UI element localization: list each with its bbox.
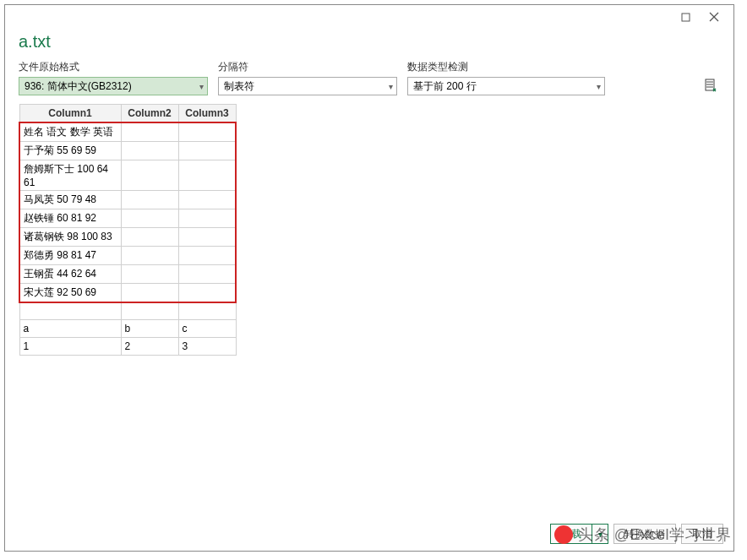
table-cell [121,190,178,209]
transform-button[interactable]: 转换数据 [613,524,676,544]
table-cell [121,122,178,142]
maximize-button[interactable] [671,8,700,26]
dialog-footer: 加载 ▾ 转换数据 取消 [550,524,723,544]
table-cell [178,283,236,302]
table-cell [121,246,178,264]
column-header[interactable]: Column2 [121,105,178,122]
table-cell: 郑德勇 98 81 47 [19,246,121,264]
table-cell [121,160,178,190]
table-row[interactable]: 马凤英 50 79 48 [19,190,236,209]
table-cell [178,141,236,160]
delimiter-value: 制表符 [224,79,254,94]
file-origin-value: 936: 简体中文(GB2312) [25,79,132,94]
table-cell [19,302,121,320]
svg-rect-0 [682,14,690,21]
close-button[interactable] [700,8,728,26]
file-title: a.txt [5,29,733,60]
table-cell [178,160,236,190]
cancel-button[interactable]: 取消 [681,524,723,544]
table-row[interactable]: 赵铁锤 60 81 92 [19,209,236,227]
table-cell [178,209,236,227]
preview-grid: Column1 Column2 Column3 姓名 语文 数学 英语于予菊 5… [19,104,237,356]
table-row[interactable]: 于予菊 55 69 59 [19,141,236,160]
table-cell: 诸葛钢铁 98 100 83 [19,227,121,246]
table-row[interactable]: abc [19,320,236,338]
chevron-down-icon: ▾ [199,82,204,91]
table-cell [178,122,236,142]
detection-label: 数据类型检测 [407,60,605,74]
header-row: Column1 Column2 Column3 [19,105,236,122]
table-cell [121,141,178,160]
table-row[interactable]: 詹姆斯下士 100 64 61 [19,160,236,190]
table-row[interactable] [19,302,236,320]
load-label: 加载 [551,525,592,543]
table-cell [121,283,178,302]
table-cell [121,227,178,246]
table-cell: 马凤英 50 79 48 [19,190,121,209]
table-row[interactable]: 郑德勇 98 81 47 [19,246,236,264]
delimiter-label: 分隔符 [218,60,397,74]
table-cell [178,246,236,264]
table-cell: 2 [121,338,178,356]
table-row[interactable]: 诸葛钢铁 98 100 83 [19,227,236,246]
options-row: 文件原始格式 936: 简体中文(GB2312) ▾ 分隔符 制表符 ▾ 数据类… [5,60,733,99]
table-cell: 赵铁锤 60 81 92 [19,209,121,227]
table-cell [121,302,178,320]
table-cell [178,302,236,320]
table-cell: 1 [19,338,121,356]
table-cell: 詹姆斯下士 100 64 61 [19,160,121,190]
table-cell: c [178,320,236,338]
table-cell [178,227,236,246]
chevron-down-icon: ▾ [389,82,393,91]
chevron-down-icon: ▾ [597,82,601,91]
table-cell [121,264,178,283]
file-origin-select[interactable]: 936: 简体中文(GB2312) ▾ [19,77,208,95]
settings-icon[interactable] [701,77,720,95]
table-row[interactable]: 王钢蛋 44 62 64 [19,264,236,283]
table-cell: 于予菊 55 69 59 [19,141,121,160]
chevron-down-icon[interactable]: ▾ [592,530,608,539]
table-cell [121,209,178,227]
column-header[interactable]: Column3 [178,105,236,122]
table-cell [178,190,236,209]
table-row[interactable]: 姓名 语文 数学 英语 [19,122,236,142]
detection-value: 基于前 200 行 [413,79,477,94]
titlebar [5,5,733,29]
file-origin-label: 文件原始格式 [19,60,208,74]
detection-select[interactable]: 基于前 200 行 ▾ [407,77,605,95]
table-row[interactable]: 123 [19,338,236,356]
table-row[interactable]: 宋大莲 92 50 69 [19,283,236,302]
table-cell [178,264,236,283]
column-header[interactable]: Column1 [19,105,121,122]
table-cell: 姓名 语文 数学 英语 [19,122,121,142]
delimiter-select[interactable]: 制表符 ▾ [218,77,397,95]
table-cell: 宋大莲 92 50 69 [19,283,121,302]
load-button[interactable]: 加载 ▾ [550,524,608,544]
table-cell: 王钢蛋 44 62 64 [19,264,121,283]
table-cell: a [19,320,121,338]
dialog-window: a.txt 文件原始格式 936: 简体中文(GB2312) ▾ 分隔符 制表符… [4,4,734,552]
table-cell: 3 [178,338,236,356]
table-cell: b [121,320,178,338]
